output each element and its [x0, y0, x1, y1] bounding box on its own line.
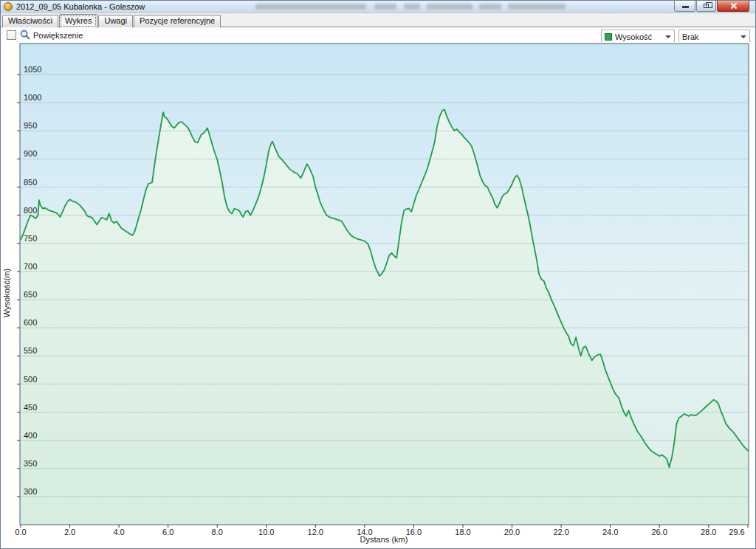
svg-text:29.6: 29.6 — [729, 528, 744, 536]
svg-text:28.0: 28.0 — [701, 528, 716, 536]
svg-text:24.0: 24.0 — [602, 528, 618, 536]
redacted-text-blur — [255, 4, 366, 10]
series-dropdown-value: Wysokość — [615, 32, 662, 41]
svg-text:500: 500 — [24, 375, 37, 384]
restore-icon — [704, 4, 709, 8]
app-window: 2012_09_05 Kubalonka - Goleszow Właściwo… — [0, 0, 756, 549]
svg-text:700: 700 — [24, 262, 37, 271]
elevation-chart: 3003504004505005506006507007508008509009… — [1, 42, 756, 549]
svg-text:1000: 1000 — [24, 93, 41, 102]
x-axis-title: Dystans (km) — [360, 535, 408, 544]
svg-text:550: 550 — [24, 346, 37, 355]
svg-text:6.0: 6.0 — [162, 528, 173, 536]
svg-text:1050: 1050 — [24, 65, 41, 74]
tab-wlasciwosci[interactable]: Właściwości — [2, 15, 58, 27]
svg-text:22.0: 22.0 — [553, 528, 568, 536]
svg-text:450: 450 — [24, 403, 37, 412]
tab-wykres[interactable]: Wykres — [59, 14, 98, 28]
svg-text:650: 650 — [24, 290, 37, 299]
svg-text:2.0: 2.0 — [64, 528, 75, 536]
svg-text:8.0: 8.0 — [212, 528, 223, 536]
svg-text:400: 400 — [24, 431, 37, 440]
window-title: 2012_09_05 Kubalonka - Goleszow — [16, 2, 145, 11]
tab-strip: WłaściwościWykresUwagiPozycje referencyj… — [1, 13, 755, 27]
svg-text:4.0: 4.0 — [113, 528, 124, 536]
close-button[interactable] — [717, 1, 749, 12]
redacted-text-blur — [508, 4, 566, 10]
svg-text:300: 300 — [24, 487, 37, 496]
chart-area: 3003504004505005506006507007508008509009… — [1, 42, 756, 549]
svg-text:10.0: 10.0 — [258, 528, 274, 536]
secondary-dropdown-value: Brak — [682, 32, 738, 41]
svg-text:350: 350 — [24, 459, 37, 468]
y-axis-title: Wysokość(m) — [2, 269, 11, 318]
svg-text:18.0: 18.0 — [455, 528, 470, 536]
chevron-down-icon — [740, 35, 746, 38]
magnifier-icon — [20, 30, 30, 40]
chevron-down-icon — [665, 35, 671, 38]
svg-text:0.0: 0.0 — [15, 528, 26, 536]
svg-text:26.0: 26.0 — [651, 528, 667, 536]
redacted-text-blur — [479, 4, 501, 10]
redacted-text-blur — [374, 4, 396, 10]
minimize-button[interactable] — [674, 1, 695, 12]
zoom-checkbox[interactable] — [7, 30, 16, 40]
svg-text:900: 900 — [24, 149, 37, 158]
titlebar[interactable]: 2012_09_05 Kubalonka - Goleszow — [1, 1, 755, 13]
svg-text:12.0: 12.0 — [308, 528, 323, 536]
tab-uwagi[interactable]: Uwagi — [98, 15, 133, 27]
svg-text:16.0: 16.0 — [406, 528, 422, 536]
window-controls — [673, 1, 749, 12]
svg-text:850: 850 — [24, 178, 37, 187]
minimize-icon — [682, 6, 689, 8]
svg-text:750: 750 — [24, 234, 37, 243]
svg-text:20.0: 20.0 — [504, 528, 520, 536]
app-icon — [4, 2, 13, 11]
redacted-text-blur — [427, 4, 472, 10]
svg-text:950: 950 — [24, 121, 37, 130]
chart-toolbar: Powiększenie Wysokość Brak — [1, 27, 755, 43]
redacted-text-blur — [404, 4, 420, 10]
restore-button[interactable] — [696, 1, 716, 12]
tab-pozycje-referencyjne[interactable]: Pozycje referencyjne — [134, 15, 221, 27]
svg-text:800: 800 — [24, 206, 37, 215]
series-color-swatch — [605, 33, 612, 41]
zoom-checkbox-label: Powiększenie — [33, 31, 83, 40]
svg-text:600: 600 — [24, 318, 37, 327]
